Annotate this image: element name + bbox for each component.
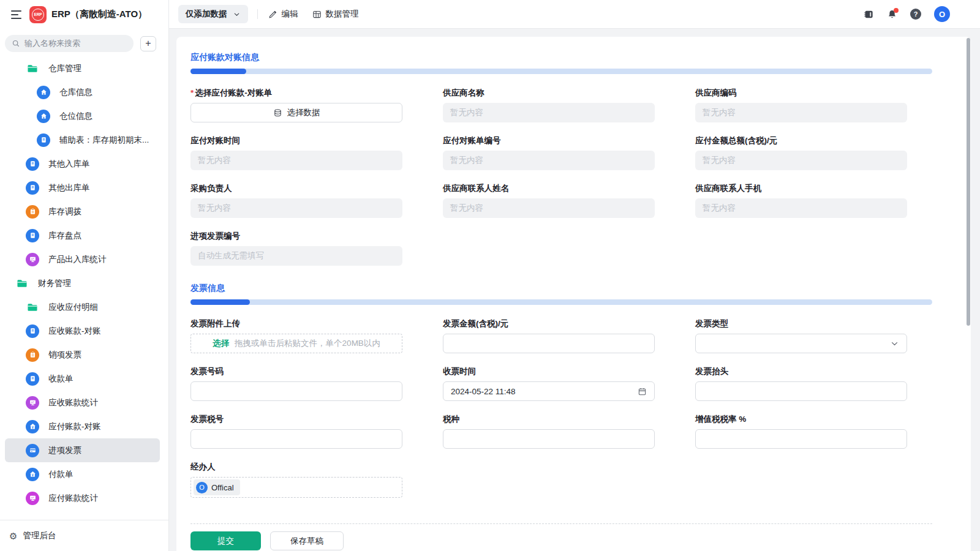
topbar: 仅添加数据 编辑 数据管理 ? O <box>169 0 980 29</box>
form-field: 发票号码 <box>190 366 402 401</box>
field-label: *选择应付账款-对账单 <box>190 88 402 99</box>
field-label: 发票税号 <box>190 414 402 425</box>
readonly-input: 暂无内容 <box>695 198 907 218</box>
help-icon[interactable]: ? <box>910 9 921 20</box>
text-input[interactable] <box>190 429 402 449</box>
card-icon <box>26 444 39 457</box>
form-section: 发票信息发票附件上传选择拖拽或单击后粘贴文件，单个20MB以内发票金额(含税)/… <box>190 283 932 498</box>
sidebar-item[interactable]: 进项发票 <box>5 438 160 462</box>
sidebar-item-label: 其他入库单 <box>48 159 90 170</box>
sidebar-item[interactable]: 其他出库单 <box>5 176 160 200</box>
text-input[interactable] <box>443 429 655 449</box>
form-field: 发票类型 <box>695 318 907 353</box>
section-progress-fill <box>190 299 250 305</box>
app-title: ERP（离散制造-ATO） <box>51 9 147 20</box>
section-progress-bar <box>190 299 932 305</box>
field-label: 发票号码 <box>190 366 402 377</box>
sidebar-item[interactable]: 应收账款-对账 <box>5 319 160 343</box>
panel-icon[interactable] <box>864 9 874 20</box>
date-input[interactable]: 2024-05-22 11:48 <box>443 381 655 401</box>
sidebar-item[interactable]: 应收账款统计 <box>5 391 160 414</box>
field-label: 发票附件上传 <box>190 318 402 329</box>
sidebar-item-label: 其他出库单 <box>48 182 90 193</box>
sidebar-item[interactable]: 仓库信息 <box>5 80 160 104</box>
sidebar-item-label: 辅助表：库存期初期末... <box>59 135 149 146</box>
select-data-button[interactable]: 选择数据 <box>190 103 402 122</box>
sidebar-item[interactable]: 产品出入库统计 <box>5 247 160 271</box>
member-field[interactable]: OOffical <box>190 477 402 498</box>
home-icon <box>37 86 50 99</box>
field-label: 供应商编码 <box>695 88 907 99</box>
text-input[interactable] <box>695 429 907 449</box>
app-logo-text: ERP <box>32 9 44 21</box>
avatar[interactable]: O <box>934 6 950 22</box>
document-icon <box>26 181 39 195</box>
sidebar-item[interactable]: 财务管理 <box>5 271 160 295</box>
form-field: 应付对账单编号暂无内容 <box>443 135 655 170</box>
file-upload-dropzone[interactable]: 选择拖拽或单击后粘贴文件，单个20MB以内 <box>190 334 402 353</box>
sidebar-item-label: 产品出入库统计 <box>48 254 107 265</box>
readonly-input: 暂无内容 <box>443 103 655 122</box>
sidebar-item[interactable]: 仓位信息 <box>5 104 160 128</box>
form-field: 发票税号 <box>190 414 402 449</box>
folder-icon <box>26 62 39 75</box>
collapse-menu-icon[interactable] <box>11 10 21 19</box>
sidebar-item[interactable]: 辅助表：库存期初期末... <box>5 128 160 152</box>
sidebar-item[interactable]: 销项发票 <box>5 343 160 367</box>
select-input[interactable] <box>695 334 907 353</box>
field-label: 应付金额总额(含税)/元 <box>695 135 907 146</box>
sidebar-item[interactable]: 其他入库单 <box>5 152 160 176</box>
sidebar-item[interactable]: 应收应付明细 <box>5 295 160 319</box>
sidebar: ERP ERP（离散制造-ATO） 输入名称来搜索 + 仓库管理仓库信息仓位信息… <box>0 0 169 551</box>
chart-icon <box>26 492 39 505</box>
notification-dot <box>894 8 899 13</box>
scrollbar-thumb[interactable] <box>967 38 970 326</box>
sidebar-item[interactable]: 收款单 <box>5 367 160 391</box>
sidebar-item[interactable]: 库存调拨 <box>5 200 160 223</box>
form-field: 收票时间2024-05-22 11:48 <box>443 366 655 401</box>
form-field: 发票金额(含税)/元 <box>443 318 655 353</box>
form-field: 应付金额总额(含税)/元暂无内容 <box>695 135 907 170</box>
sidebar-item[interactable]: 应付账款统计 <box>5 486 160 510</box>
field-label: 发票抬头 <box>695 366 907 377</box>
chevron-down-icon <box>890 339 899 348</box>
sidebar-item-label: 销项发票 <box>48 350 81 361</box>
document-icon <box>37 133 50 147</box>
submit-button[interactable]: 提交 <box>190 531 261 550</box>
sidebar-item-label: 财务管理 <box>38 278 71 289</box>
chart-icon <box>26 396 39 410</box>
field-label: 收票时间 <box>443 366 655 377</box>
field-label: 发票类型 <box>695 318 907 329</box>
add-button[interactable]: + <box>140 36 156 51</box>
readonly-input: 暂无内容 <box>695 151 907 170</box>
upload-select-label: 选择 <box>213 338 229 349</box>
form-sections: 应付账款对账信息*选择应付账款-对账单选择数据供应商名称暂无内容供应商编码暂无内… <box>190 52 932 498</box>
sidebar-item[interactable]: 库存盘点 <box>5 223 160 247</box>
text-input[interactable] <box>190 381 402 401</box>
document-icon <box>26 229 39 242</box>
edit-button[interactable]: 编辑 <box>268 9 298 20</box>
text-input[interactable] <box>695 381 907 401</box>
field-label: 供应商名称 <box>443 88 655 99</box>
document-icon <box>26 372 39 386</box>
text-input[interactable] <box>443 334 655 353</box>
upload-hint: 拖拽或单击后粘贴文件，单个20MB以内 <box>235 338 380 349</box>
sidebar-item[interactable]: 仓库管理 <box>5 56 160 80</box>
search-input[interactable]: 输入名称来搜索 <box>5 35 134 52</box>
sidebar-item-label: 应付账款统计 <box>48 493 98 504</box>
mode-dropdown-button[interactable]: 仅添加数据 <box>178 5 248 23</box>
chart-icon <box>26 253 39 266</box>
field-label: 应付对账时间 <box>190 135 402 146</box>
data-manage-button[interactable]: 数据管理 <box>312 9 359 20</box>
admin-backend-button[interactable]: ⚙ 管理后台 <box>0 520 168 551</box>
field-label: 供应商联系人姓名 <box>443 183 655 194</box>
edit-label: 编辑 <box>282 9 298 20</box>
member-chip[interactable]: OOffical <box>194 479 240 495</box>
form-field: 应付对账时间暂无内容 <box>190 135 402 170</box>
save-draft-button[interactable]: 保存草稿 <box>270 531 344 550</box>
sidebar-item[interactable]: 应付账款-对账 <box>5 414 160 438</box>
sidebar-item-label: 进项发票 <box>48 445 81 456</box>
notifications-button[interactable] <box>887 9 897 20</box>
sidebar-item[interactable]: 付款单 <box>5 462 160 486</box>
section-title: 发票信息 <box>190 283 932 294</box>
